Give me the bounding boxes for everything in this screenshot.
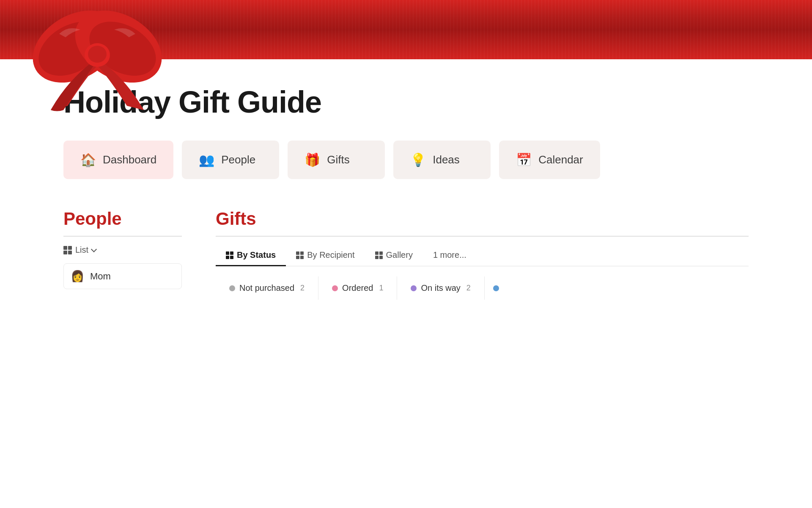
tab-more[interactable]: 1 more... [423,245,477,266]
status-dot-not-purchased [229,285,235,291]
status-count-not-purchased: 2 [300,284,304,293]
gifts-section-title: Gifts [216,209,749,237]
nav-card-label-ideas: Ideas [433,153,460,166]
people-section-title: People [63,209,182,237]
nav-card-gifts[interactable]: 🎁 Gifts [288,141,385,179]
tab-label-gallery: Gallery [386,250,413,260]
nav-card-people[interactable]: 👥 People [182,141,279,179]
status-row: Not purchased 2 Ordered 1 On its way 2 [216,276,749,300]
people-section: People List 👩 Mom [63,209,182,289]
chevron-down-icon [91,246,97,252]
person-avatar-mom: 👩 [71,270,84,283]
nav-card-calendar[interactable]: 📅 Calendar [499,141,600,179]
tab-gallery[interactable]: Gallery [365,245,423,266]
status-dot-partial [493,285,499,291]
tab-by-recipient[interactable]: By Recipient [286,245,365,266]
list-label: List [75,245,88,255]
status-partial [485,279,508,298]
nav-card-label-people: People [221,153,255,166]
tab-label-by-status: By Status [237,250,276,260]
status-dot-on-its-way [411,285,417,291]
person-item-mom[interactable]: 👩 Mom [63,263,182,289]
gift-icon: 🎁 [304,152,320,167]
status-label-ordered: Ordered [342,283,373,293]
nav-card-ideas[interactable]: 💡 Ideas [393,141,491,179]
nav-cards: 🏠 Dashboard 👥 People 🎁 Gifts 💡 Ideas 📅 C… [63,141,749,179]
status-count-on-its-way: 2 [466,284,471,293]
tab-label-by-recipient: By Recipient [307,250,354,260]
ribbon-banner [0,0,812,59]
list-view-toggle[interactable]: List [63,245,182,255]
status-label-on-its-way: On its way [421,283,460,293]
person-name-mom: Mom [90,271,111,282]
status-on-its-way[interactable]: On its way 2 [397,276,484,300]
page-title: Holiday Gift Guide [63,85,749,119]
people-icon: 👥 [199,152,214,167]
nav-card-label-gifts: Gifts [327,153,349,166]
tab-grid-icon-gallery [375,251,383,259]
status-count-ordered: 1 [379,284,383,293]
nav-card-label-dashboard: Dashboard [103,153,156,166]
tab-by-status[interactable]: By Status [216,245,286,266]
main-content: Holiday Gift Guide 🏠 Dashboard 👥 People … [0,59,812,325]
status-not-purchased[interactable]: Not purchased 2 [216,276,318,300]
calendar-icon: 📅 [516,152,532,167]
status-label-not-purchased: Not purchased [239,283,294,293]
status-dot-ordered [332,285,338,291]
nav-card-label-calendar: Calendar [538,153,583,166]
status-ordered[interactable]: Ordered 1 [318,276,397,300]
ribbon-stripe [0,0,812,59]
tab-grid-icon-status [226,251,233,259]
home-icon: 🏠 [80,152,96,167]
gifts-tabs: By Status By Recipient Gallery 1 more... [216,245,749,266]
bottom-sections: People List 👩 Mom Gifts [63,209,749,300]
nav-card-dashboard[interactable]: 🏠 Dashboard [63,141,173,179]
tab-label-more: 1 more... [433,250,466,260]
lightbulb-icon: 💡 [410,152,426,167]
grid-icon [63,246,72,254]
gifts-section: Gifts By Status By Recipient [216,209,749,300]
tab-grid-icon-recipient [296,251,304,259]
